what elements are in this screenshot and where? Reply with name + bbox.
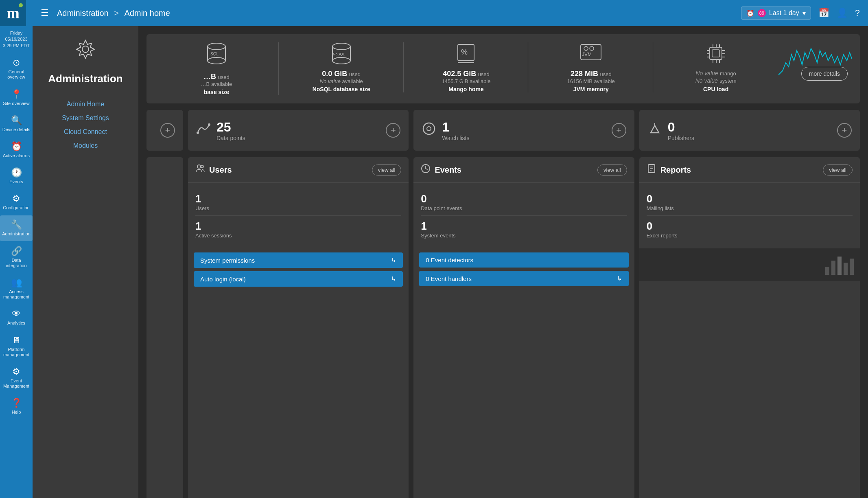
nosql-title: NoSQL database size: [313, 86, 370, 92]
reports-stat-excel: 0 Excel reports: [647, 216, 853, 243]
publishers-add-button[interactable]: +: [837, 123, 852, 138]
reports-card-header: Reports view all: [639, 157, 860, 183]
events-view-all-button[interactable]: view all: [597, 165, 627, 176]
users-card-header: Users view all: [188, 157, 409, 183]
reports-view-all-button[interactable]: view all: [823, 165, 853, 176]
sidebar-item-data-integration[interactable]: 🔗 Data integration: [0, 242, 33, 272]
nosql-db-icon: NoSQL: [331, 42, 352, 66]
data-points-icon: [196, 121, 211, 139]
calendar-icon[interactable]: 📅: [818, 8, 829, 18]
sidebar-item-events[interactable]: 🕐 Events: [0, 163, 33, 189]
sidebar-label-site-overview: Site overview: [3, 101, 29, 106]
sidebar-item-general-overview[interactable]: ⊙ General overview: [0, 53, 33, 84]
main-content: more details SQL …B used …B available ba…: [138, 26, 868, 498]
watch-lists-add-button[interactable]: +: [612, 123, 626, 138]
analytics-icon: 👁: [12, 309, 21, 319]
partial-info-card: Access management: [146, 157, 183, 498]
logo[interactable]: m: [0, 0, 26, 26]
svg-rect-42: [837, 257, 842, 275]
events-icon: 🕐: [11, 167, 22, 178]
sidebar-item-platform-management[interactable]: 🖥 Platform management: [0, 331, 33, 362]
system-permissions-arrow-icon: ↳: [391, 257, 396, 264]
partial-add-button[interactable]: +: [160, 123, 175, 138]
svg-point-29: [208, 123, 210, 126]
data-points-add-button[interactable]: +: [386, 123, 400, 138]
sidebar-item-configuration[interactable]: ⚙ Configuration: [0, 189, 33, 215]
sidebar-label-access-management: Access management: [2, 289, 31, 300]
partial-card-label: Access management: [150, 164, 156, 498]
general-overview-icon: ⊙: [13, 57, 20, 68]
jvm-available: 16156 MiB available: [567, 78, 615, 84]
site-overview-icon: 📍: [11, 89, 22, 100]
sidebar-item-active-alarms[interactable]: ⏰ Active alarms: [0, 137, 33, 162]
mango-title: Mango home: [448, 86, 483, 92]
jvm-title: JVM memory: [573, 86, 609, 92]
svg-point-1: [208, 43, 225, 50]
sidebar-date: Friday05/19/20233:29 PM EDT: [3, 30, 30, 49]
watch-lists-label: Watch lists: [442, 135, 469, 141]
users-card-body: 1 Users 1 Active sessions: [188, 183, 409, 248]
breadcrumb-separator: >: [114, 9, 119, 18]
users-count-label: Users: [195, 205, 401, 211]
event-detectors-link[interactable]: 0 Event detectors: [419, 252, 628, 268]
more-details-button[interactable]: more details: [801, 67, 848, 81]
metric-card-left-publishers: 0 Publishers: [647, 120, 694, 141]
configuration-icon: ⚙: [12, 193, 20, 204]
sidebar-item-event-management[interactable]: ⚙ Event Management: [0, 362, 33, 393]
sidebar-label-events: Events: [9, 179, 23, 184]
user-icon[interactable]: 👤: [837, 8, 848, 18]
sidebar-label-device-details: Device details: [2, 127, 30, 132]
sub-nav-cloud-connect[interactable]: Cloud Connect: [41, 125, 130, 139]
data-points-info: 25 Data points: [216, 120, 245, 141]
event-management-icon: ⚙: [12, 366, 20, 377]
events-card-title: Events: [435, 165, 461, 175]
svg-text:JVM: JVM: [582, 52, 592, 57]
cpu-icon: [705, 42, 727, 66]
mailing-lists-label: Mailing lists: [647, 205, 853, 211]
system-events-label: System events: [421, 233, 627, 239]
stat-nosql-db: NoSQL 0.0 GiB used No value available No…: [280, 42, 404, 92]
events-card-actions: 0 Event detectors 0 Event handlers ↳: [413, 248, 634, 290]
hamburger-icon[interactable]: ☰: [41, 8, 49, 18]
jvm-used: 228 MiB used: [571, 70, 612, 78]
users-view-all-button[interactable]: view all: [372, 165, 402, 176]
sidebar-label-administration: Administration: [2, 231, 31, 237]
system-events-count: 1: [421, 220, 627, 233]
header-nav: ☰ Administration > Admin home: [41, 8, 741, 18]
sub-nav-system-settings[interactable]: System Settings: [41, 111, 130, 125]
sidebar-item-administration[interactable]: 🔧 Administration: [0, 215, 33, 241]
users-stat-sessions: 1 Active sessions: [195, 216, 401, 243]
sidebar-label-data-integration: Data integration: [2, 258, 31, 268]
sql-title: base size: [204, 89, 229, 95]
sub-nav-icon: [73, 38, 98, 68]
svg-text:NoSQL: NoSQL: [333, 52, 345, 56]
breadcrumb-parent[interactable]: Administration: [57, 9, 109, 18]
sub-nav-admin-home[interactable]: Admin Home: [41, 97, 130, 111]
sidebar-label-help: Help: [12, 410, 21, 415]
active-sessions-label: Active sessions: [195, 233, 401, 239]
mango-home-icon: %: [456, 42, 476, 66]
mango-available: 1455.7 GiB available: [442, 78, 490, 84]
sidebar-item-analytics[interactable]: 👁 Analytics: [0, 305, 33, 330]
sidebar-label-configuration: Configuration: [3, 205, 29, 211]
sidebar-item-access-management[interactable]: 👥 Access management: [0, 273, 33, 304]
users-card: Users view all 1 Users 1 Active sessions: [188, 157, 409, 498]
svg-point-11: [584, 46, 588, 50]
svg-point-12: [590, 46, 594, 50]
svg-rect-14: [710, 47, 722, 59]
sidebar-item-site-overview[interactable]: 📍 Site overview: [0, 85, 33, 110]
stat-jvm-memory: JVM 228 MiB used 16156 MiB available JVM…: [529, 42, 653, 92]
help-icon[interactable]: ?: [855, 8, 860, 18]
time-selector[interactable]: ⏰ 89 Last 1 day ▾: [741, 7, 811, 20]
stats-row: SQL …B used …B available base size NoSQL: [146, 34, 860, 103]
users-card-actions: System permissions ↳ Auto login (local) …: [188, 248, 409, 291]
event-handlers-link[interactable]: 0 Event handlers ↳: [419, 271, 628, 286]
sub-nav-modules[interactable]: Modules: [41, 139, 130, 153]
system-permissions-link[interactable]: System permissions ↳: [194, 252, 403, 268]
reports-title-group: Reports: [647, 164, 691, 176]
sidebar-item-device-details[interactable]: 🔍 Device details: [0, 111, 33, 136]
sidebar-item-help[interactable]: ❓ Help: [0, 394, 33, 419]
logo-text: m: [7, 4, 20, 22]
sub-nav: Administration Admin Home System Setting…: [33, 26, 138, 498]
auto-login-link[interactable]: Auto login (local) ↳: [194, 271, 403, 287]
